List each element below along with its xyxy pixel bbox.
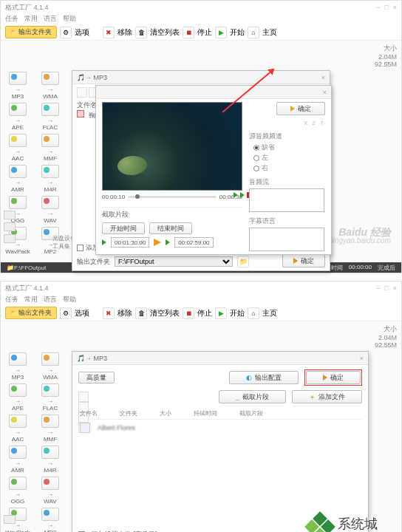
format-mp3[interactable]: → MP3 xyxy=(5,72,30,100)
menu-task[interactable]: 任务 xyxy=(5,295,18,305)
left-category-bar xyxy=(4,515,16,524)
maximize-icon[interactable]: □ xyxy=(384,284,388,292)
close-icon[interactable]: × xyxy=(323,89,327,96)
format-mp3[interactable]: → MP3 xyxy=(5,352,30,381)
add-file-button[interactable]: ＋ 添加文件 xyxy=(292,390,362,403)
clear-label: 清空列表 xyxy=(150,27,180,38)
end-time-button[interactable]: 结束时间 xyxy=(149,222,192,234)
clear-button[interactable]: 🗑 xyxy=(135,27,147,38)
format-m4r[interactable]: → M4R xyxy=(38,165,63,193)
home-label: 主页 xyxy=(262,27,277,38)
time-scrubber[interactable]: 00:00:10 00:06:30 xyxy=(102,194,242,200)
cat-3[interactable] xyxy=(4,234,16,243)
dialog-ok-button[interactable]: 确定 xyxy=(306,371,361,384)
ok-arrow-icon xyxy=(290,106,295,112)
browse-button[interactable]: 📁 xyxy=(237,256,249,267)
clip-label: 截取片段 xyxy=(102,210,242,219)
format-mmf[interactable]: → MMF xyxy=(38,134,63,162)
format-wav[interactable]: → WAV xyxy=(38,196,63,224)
format-ogg[interactable]: → OGG xyxy=(5,477,30,505)
output-config-button[interactable]: ◐ 输出配置 xyxy=(229,371,299,384)
start-time-field[interactable]: 00:01:30.00 xyxy=(111,237,149,248)
mp3-dialog-title: 🎵 → MP3× xyxy=(72,71,330,84)
clip-preview-dialog: × 00:00:10 00:06:30 截取片段 开始时间 xyxy=(95,85,332,255)
output-folder-button[interactable]: 📁 输出文件夹 xyxy=(5,307,57,319)
opt-default[interactable]: 缺省 xyxy=(253,143,324,152)
quality-button[interactable]: 高质量 xyxy=(78,372,115,383)
stop-button[interactable]: ⏹ xyxy=(183,27,194,38)
format-wma[interactable]: → WMA xyxy=(38,352,63,381)
dialog-ok-button[interactable]: 确定 xyxy=(282,254,325,267)
format-m4r[interactable]: → M4R xyxy=(38,446,63,474)
output-select[interactable]: F:\FFOutput xyxy=(115,256,233,267)
sub-lang-label: 字幕语言 xyxy=(249,216,324,226)
src-audio-label: 源音频频道 xyxy=(249,132,324,141)
format-aac[interactable]: → AAC xyxy=(5,415,30,443)
start-button[interactable]: ▶ xyxy=(215,307,227,319)
remove-button[interactable]: ✖ xyxy=(103,27,115,38)
row-filename: Albert Flores xyxy=(98,424,135,432)
format-flac[interactable]: → FLAC xyxy=(38,103,63,131)
options-label: 选项 xyxy=(75,27,89,38)
start-button[interactable]: ▶ xyxy=(215,27,227,38)
close-icon[interactable]: × xyxy=(393,284,397,292)
stop-button[interactable]: ⏹ xyxy=(183,307,194,319)
minimize-icon[interactable]: – xyxy=(376,284,380,292)
options-button[interactable]: ⚙ xyxy=(60,27,72,38)
format-mmf[interactable]: → MMF xyxy=(38,415,63,443)
opt-left[interactable]: 左 xyxy=(253,153,324,163)
play-icon[interactable] xyxy=(234,192,238,198)
menu-help[interactable]: 帮助 xyxy=(63,295,76,305)
remove-button[interactable]: ✖ xyxy=(103,307,115,319)
close-icon[interactable]: × xyxy=(321,74,325,81)
format-amr[interactable]: → AMR xyxy=(5,446,30,474)
format-mp2[interactable]: → MP2 xyxy=(38,508,63,532)
format-amr[interactable]: → AMR xyxy=(5,165,30,193)
main-toolbar: 📁 输出文件夹 ⚙选项 ✖移除 🗑清空列表 ⏹停止 ▶开始 ⌂主页 xyxy=(1,305,401,321)
end-time-field[interactable]: 00:02:59.00 xyxy=(174,237,213,248)
options-button[interactable]: ⚙ xyxy=(60,307,72,319)
format-aac[interactable]: → AAC xyxy=(5,134,30,162)
menu-task[interactable]: 任务 xyxy=(5,14,18,24)
cat-1[interactable] xyxy=(4,515,16,524)
start-time-button[interactable]: 开始时间 xyxy=(102,222,145,234)
size-header: 大小 xyxy=(361,44,397,53)
menu-lang[interactable]: 语言 xyxy=(44,14,57,24)
format-wav[interactable]: → WAV xyxy=(38,477,63,505)
start-marker-icon[interactable] xyxy=(102,239,106,245)
opt-right[interactable]: 右 xyxy=(253,163,324,173)
menu-help[interactable]: 帮助 xyxy=(63,14,76,24)
format-wma[interactable]: → WMA xyxy=(38,72,63,100)
file-list-row[interactable]: Albert Flores xyxy=(78,420,362,436)
video-preview[interactable] xyxy=(102,102,242,191)
home-button[interactable]: ⌂ xyxy=(248,307,259,319)
clip-button[interactable]: ⎯ 截取片段 xyxy=(219,390,286,403)
menu-lang[interactable]: 语言 xyxy=(44,295,57,305)
cat-1[interactable] xyxy=(4,211,16,219)
audio-stream-box[interactable] xyxy=(249,188,324,212)
screenshot-1: 格式工厂 4.1.4 – □ × 任务 常用 语言 帮助 📁 输出文件夹 ⚙ 选… xyxy=(0,0,402,273)
output-folder-button[interactable]: 📁 输出文件夹 xyxy=(5,26,57,38)
mini-btn-1[interactable] xyxy=(78,392,89,402)
close-icon[interactable]: × xyxy=(393,4,397,11)
close-icon[interactable]: × xyxy=(360,355,364,362)
side-panel: 确定 X 2 T 源音频频道 缺省 左 右 音频流 xyxy=(248,102,325,255)
format-ape[interactable]: → APE xyxy=(5,103,30,131)
output-row: 输出文件夹 F:\FFOutput 📁 xyxy=(77,256,249,267)
clear-button[interactable]: 🗑 xyxy=(135,307,147,319)
mini-btn-1[interactable] xyxy=(77,87,87,98)
seek-bar[interactable] xyxy=(128,196,217,198)
end-marker-icon[interactable] xyxy=(166,239,170,245)
home-button[interactable]: ⌂ xyxy=(248,27,259,38)
menu-common[interactable]: 常用 xyxy=(24,14,38,24)
format-flac[interactable]: → FLAC xyxy=(38,383,63,412)
maximize-icon[interactable]: □ xyxy=(384,4,388,11)
fwd-icon[interactable] xyxy=(240,192,245,198)
main-area: 大小 2.04M 92.55M → MP3 → WMA → APE → FLAC… xyxy=(1,41,401,262)
sub-lang-box[interactable] xyxy=(249,228,324,251)
format-ape[interactable]: → APE xyxy=(5,383,30,412)
clip-ok-button[interactable]: 确定 xyxy=(276,102,325,115)
minimize-icon[interactable]: – xyxy=(376,4,380,11)
cat-2[interactable] xyxy=(4,222,16,231)
menu-common[interactable]: 常用 xyxy=(24,295,38,305)
